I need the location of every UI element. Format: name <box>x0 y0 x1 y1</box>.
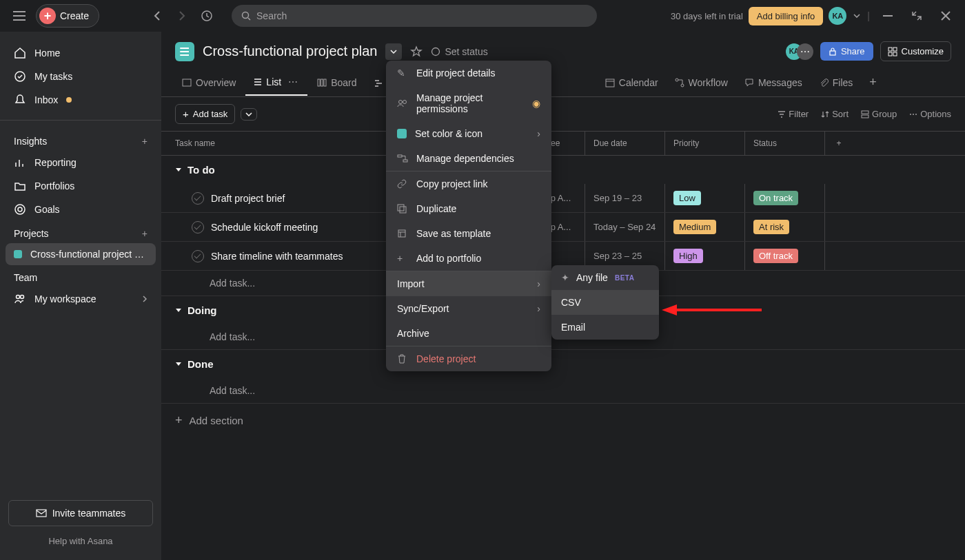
avatar[interactable]: KA <box>829 7 846 25</box>
svg-rect-36 <box>398 230 405 237</box>
task-priority[interactable]: Medium <box>665 213 745 241</box>
add-task-button[interactable]: +Add task <box>175 104 235 124</box>
menu-delete[interactable]: Delete project <box>386 346 551 371</box>
submenu-email[interactable]: Email <box>551 315 659 340</box>
sort-button[interactable]: Sort <box>821 109 849 119</box>
svg-point-4 <box>15 205 25 214</box>
share-button[interactable]: Share <box>820 42 873 61</box>
menu-template[interactable]: Save as template <box>386 221 551 246</box>
section-done[interactable]: Done <box>161 350 965 378</box>
group-button[interactable]: Group <box>861 109 897 119</box>
task-status[interactable]: Off track <box>745 242 825 270</box>
more-members-icon[interactable]: ⋯ <box>797 43 813 60</box>
tab-overview[interactable]: Overview <box>175 70 243 95</box>
sidebar-item-home[interactable]: Home <box>0 41 161 65</box>
sidebar-item-inbox[interactable]: Inbox <box>0 88 161 112</box>
plus-icon[interactable]: + <box>142 228 148 239</box>
group-icon <box>861 110 869 118</box>
menu-color[interactable]: Set color & icon› <box>386 121 551 146</box>
invite-button[interactable]: Invite teammates <box>8 500 153 526</box>
chevron-down-icon[interactable] <box>853 14 860 18</box>
task-row[interactable]: Schedule kickoff meeting arandeep A... T… <box>161 213 965 242</box>
add-tab-button[interactable]: + <box>862 68 884 96</box>
sidebar-item-project[interactable]: Cross-functional project p... <box>6 243 156 265</box>
chevron-down-icon <box>175 167 182 173</box>
billing-button[interactable]: Add billing info <box>749 7 824 25</box>
help-link[interactable]: Help with Asana <box>8 526 153 552</box>
pencil-icon: ✎ <box>397 68 408 79</box>
section-todo[interactable]: To do <box>161 156 965 184</box>
add-task-dropdown[interactable] <box>241 108 257 121</box>
sidebar-item-portfolios[interactable]: Portfolios <box>0 174 161 198</box>
menu-portfolio[interactable]: +Add to portfolio <box>386 246 551 271</box>
add-section-button[interactable]: + Add section <box>161 404 965 437</box>
check-circle-icon[interactable] <box>192 192 204 205</box>
beta-badge: BETA <box>615 274 634 282</box>
minimize-icon[interactable] <box>877 5 899 27</box>
tabs: Overview List⋯ Board Time... Calendar Wo… <box>161 68 965 97</box>
close-icon[interactable] <box>935 5 957 27</box>
plus-icon[interactable]: + <box>142 136 148 147</box>
col-due-date[interactable]: Due date <box>585 132 665 155</box>
tab-calendar[interactable]: Calendar <box>598 70 665 95</box>
collapse-icon[interactable] <box>906 5 928 27</box>
check-circle-icon[interactable] <box>192 250 204 262</box>
back-icon[interactable] <box>146 5 168 27</box>
task-priority[interactable]: High <box>665 242 745 270</box>
timeline-icon <box>374 78 383 87</box>
svg-rect-17 <box>893 52 897 56</box>
task-due-date[interactable]: Sep 19 – 23 <box>585 184 665 212</box>
project-menu-button[interactable] <box>385 43 402 60</box>
svg-rect-26 <box>862 115 868 118</box>
sidebar-item-goals[interactable]: Goals <box>0 198 161 221</box>
submenu-csv[interactable]: CSV <box>551 290 659 315</box>
menu-import[interactable]: Import› <box>386 271 551 296</box>
filter-button[interactable]: Filter <box>778 109 809 119</box>
task-priority[interactable]: Low <box>665 184 745 212</box>
svg-rect-13 <box>830 51 835 55</box>
task-status[interactable]: At risk <box>745 213 825 241</box>
task-row[interactable]: Draft project brief arandeep A... Sep 19… <box>161 184 965 213</box>
add-column-button[interactable]: + <box>825 132 853 155</box>
menu-sync-export[interactable]: Sync/Export› <box>386 296 551 321</box>
svg-point-1 <box>243 12 249 19</box>
customize-button[interactable]: Customize <box>880 41 951 61</box>
menu-copy-link[interactable]: Copy project link <box>386 172 551 196</box>
sidebar-section-projects[interactable]: Projects + <box>0 221 161 243</box>
menu-permissions[interactable]: Manage project permissions◉ <box>386 85 551 121</box>
tab-board[interactable]: Board <box>310 70 363 95</box>
col-status[interactable]: Status <box>745 132 825 155</box>
tab-list[interactable]: List⋯ <box>245 70 307 96</box>
add-task-row[interactable]: Add task... <box>161 378 965 404</box>
check-circle-icon[interactable] <box>192 221 204 234</box>
forward-icon[interactable] <box>171 5 193 27</box>
col-priority[interactable]: Priority <box>665 132 745 155</box>
svg-point-6 <box>17 295 20 299</box>
tab-messages[interactable]: Messages <box>738 70 809 95</box>
tab-workflow[interactable]: Workflow <box>668 70 735 95</box>
task-name: Schedule kickoff meeting <box>211 222 318 233</box>
plus-icon: + <box>397 253 408 264</box>
create-button[interactable]: + Create <box>36 4 99 28</box>
menu-archive[interactable]: Archive <box>386 321 551 346</box>
sidebar-item-mytasks[interactable]: My tasks <box>0 65 161 88</box>
menu-edit-details[interactable]: ✎Edit project details <box>386 61 551 85</box>
menu-dependencies[interactable]: Manage dependencies <box>386 146 551 171</box>
hamburger-menu-icon[interactable] <box>8 5 30 27</box>
sidebar-item-reporting[interactable]: Reporting <box>0 151 161 174</box>
sidebar-section-insights[interactable]: Insights + <box>0 129 161 151</box>
search-input[interactable]: Search <box>232 5 597 27</box>
task-due-date[interactable]: Today – Sep 24 <box>585 213 665 241</box>
submenu-any-file[interactable]: ✦ Any file BETA <box>551 265 659 290</box>
sidebar-label: My workspace <box>34 293 96 304</box>
tab-files[interactable]: Files <box>812 70 860 95</box>
menu-duplicate[interactable]: Duplicate <box>386 196 551 221</box>
tab-more-icon[interactable]: ⋯ <box>285 76 301 87</box>
options-button[interactable]: Options <box>909 109 951 119</box>
star-icon[interactable] <box>410 45 423 58</box>
set-status-button[interactable]: Set status <box>431 46 487 57</box>
sidebar-section-team[interactable]: Team <box>0 265 161 287</box>
task-status[interactable]: On track <box>745 184 825 212</box>
history-icon[interactable] <box>196 5 218 27</box>
sidebar-item-workspace[interactable]: My workspace <box>0 287 161 311</box>
